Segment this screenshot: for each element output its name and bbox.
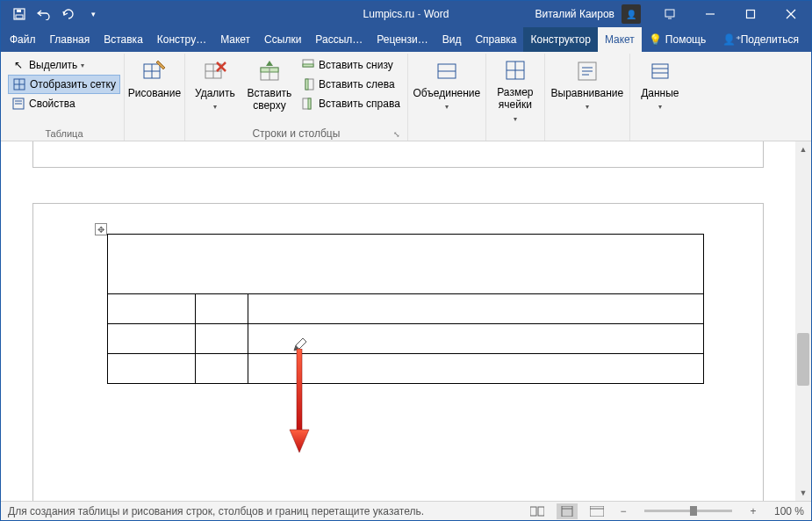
maximize-button[interactable] bbox=[730, 1, 771, 27]
insert-below-icon bbox=[301, 58, 315, 72]
read-mode-button[interactable] bbox=[527, 503, 548, 519]
data-label: Данные bbox=[641, 87, 679, 99]
table-row[interactable] bbox=[108, 294, 704, 324]
insert-above-icon bbox=[257, 57, 282, 85]
select-label: Выделить bbox=[29, 59, 77, 71]
svg-rect-48 bbox=[590, 506, 604, 517]
rows-cols-label: Строки и столбцы bbox=[252, 127, 340, 140]
alignment-icon bbox=[577, 57, 598, 85]
delete-label: Удалить bbox=[195, 87, 235, 99]
zoom-slider[interactable] bbox=[644, 510, 732, 512]
alignment-button[interactable]: Выравнивание▾ bbox=[549, 55, 626, 126]
tab-references[interactable]: Ссылки bbox=[257, 27, 308, 52]
zoom-slider-thumb[interactable] bbox=[690, 506, 697, 516]
scroll-up-button[interactable]: ▲ bbox=[795, 141, 811, 157]
tab-table-design[interactable]: Конструктор bbox=[523, 27, 597, 52]
svg-rect-28 bbox=[305, 79, 308, 90]
svg-rect-1 bbox=[16, 15, 23, 18]
zoom-level[interactable]: 100 % bbox=[769, 505, 804, 517]
tab-table-layout[interactable]: Макет bbox=[598, 27, 642, 52]
group-rows-cols: Удалить▾ Вставить сверху Вставить снизу … bbox=[185, 54, 408, 141]
web-layout-button[interactable] bbox=[586, 503, 607, 519]
insert-left-icon bbox=[301, 77, 315, 91]
group-table-label: Таблица bbox=[8, 127, 120, 141]
statusbar: Для создания таблицы и рисования строк, … bbox=[1, 501, 811, 520]
merge-button[interactable]: Объединение▾ bbox=[412, 55, 482, 126]
qat-customize-button[interactable]: ▾ bbox=[82, 3, 104, 25]
merge-label: Объединение bbox=[413, 87, 481, 99]
tab-review[interactable]: Рецензи… bbox=[370, 27, 435, 52]
tab-home[interactable]: Главная bbox=[43, 27, 97, 52]
table-row[interactable] bbox=[108, 235, 704, 294]
cell-size-button[interactable]: Размер ячейки▾ bbox=[490, 55, 541, 126]
page[interactable]: ✥ bbox=[32, 203, 764, 501]
insert-right-label: Вставить справа bbox=[319, 98, 400, 110]
redo-button[interactable] bbox=[57, 3, 80, 25]
avatar[interactable]: 👤 bbox=[622, 4, 641, 24]
status-hint: Для создания таблицы и рисования строк, … bbox=[8, 505, 424, 517]
properties-icon bbox=[11, 97, 25, 111]
svg-rect-2 bbox=[17, 10, 21, 12]
view-gridlines-label: Отобразить сетку bbox=[30, 78, 116, 90]
group-merge: Объединение▾ bbox=[408, 54, 486, 141]
select-button[interactable]: ↖Выделить▾ bbox=[8, 55, 120, 75]
view-gridlines-button[interactable]: Отобразить сетку bbox=[8, 75, 120, 94]
rows-cols-launcher[interactable]: ⤡ bbox=[392, 129, 402, 140]
share-label: Поделиться bbox=[741, 33, 799, 46]
insert-below-button[interactable]: Вставить снизу bbox=[298, 55, 404, 75]
cell-size-label: Размер ячейки bbox=[497, 86, 533, 111]
page-previous bbox=[32, 141, 764, 168]
insert-above-label: Вставить сверху bbox=[245, 87, 294, 112]
data-button[interactable]: Данные▾ bbox=[634, 55, 686, 126]
share-icon: 👤⁺ bbox=[722, 33, 741, 46]
cursor-icon: ↖ bbox=[11, 58, 25, 72]
tab-file[interactable]: Файл bbox=[3, 27, 43, 52]
delete-button[interactable]: Удалить▾ bbox=[189, 55, 241, 126]
user-name[interactable]: Виталий Каиров bbox=[528, 8, 622, 20]
svg-rect-30 bbox=[308, 98, 311, 109]
tell-me-button[interactable]: 💡Помощь bbox=[642, 27, 713, 52]
table-row[interactable] bbox=[108, 354, 704, 384]
undo-button[interactable] bbox=[32, 3, 55, 25]
properties-button[interactable]: Свойства bbox=[8, 94, 120, 113]
minimize-button[interactable] bbox=[690, 1, 730, 27]
cell-size-icon bbox=[505, 57, 526, 84]
svg-rect-45 bbox=[538, 507, 544, 516]
tab-design[interactable]: Констру… bbox=[150, 27, 213, 52]
svg-rect-5 bbox=[747, 11, 755, 18]
vertical-scrollbar[interactable]: ▲ ▼ bbox=[795, 141, 811, 501]
draw-table-icon bbox=[142, 57, 167, 85]
insert-left-button[interactable]: Вставить слева bbox=[298, 75, 404, 94]
ribbon-tabs: Файл Главная Вставка Констру… Макет Ссыл… bbox=[1, 27, 811, 52]
save-button[interactable] bbox=[8, 3, 31, 25]
tab-help[interactable]: Справка bbox=[468, 27, 523, 52]
svg-rect-46 bbox=[562, 506, 572, 517]
draw-table-button[interactable]: Рисование bbox=[128, 55, 181, 126]
insert-right-button[interactable]: Вставить справа bbox=[298, 94, 404, 113]
group-table: ↖Выделить▾ Отобразить сетку Свойства Таб… bbox=[4, 54, 125, 141]
tab-mailings[interactable]: Рассыл… bbox=[308, 27, 370, 52]
print-layout-button[interactable] bbox=[557, 503, 578, 519]
table-row[interactable] bbox=[108, 324, 704, 354]
ribbon-options-button[interactable] bbox=[650, 1, 690, 27]
insert-right-icon bbox=[301, 97, 315, 111]
group-draw: Рисование bbox=[125, 54, 185, 141]
data-icon bbox=[650, 57, 671, 85]
insert-above-button[interactable]: Вставить сверху bbox=[243, 55, 296, 126]
zoom-in-button[interactable]: + bbox=[746, 505, 760, 517]
scroll-track[interactable] bbox=[795, 157, 811, 485]
share-button[interactable]: 👤⁺ Поделиться bbox=[715, 27, 806, 52]
table-move-handle[interactable]: ✥ bbox=[95, 223, 107, 235]
scroll-down-button[interactable]: ▼ bbox=[795, 485, 811, 501]
close-button[interactable] bbox=[771, 1, 811, 27]
tab-view[interactable]: Вид bbox=[435, 27, 469, 52]
tab-layout[interactable]: Макет bbox=[213, 27, 257, 52]
scroll-thumb[interactable] bbox=[797, 333, 809, 386]
app-name: Word bbox=[424, 8, 449, 20]
document-area: ✥ bbox=[1, 141, 795, 501]
document-table[interactable] bbox=[107, 234, 704, 384]
group-alignment: Выравнивание▾ bbox=[545, 54, 630, 141]
tab-insert[interactable]: Вставка bbox=[97, 27, 150, 52]
svg-rect-44 bbox=[530, 507, 536, 516]
zoom-out-button[interactable]: − bbox=[616, 505, 630, 517]
